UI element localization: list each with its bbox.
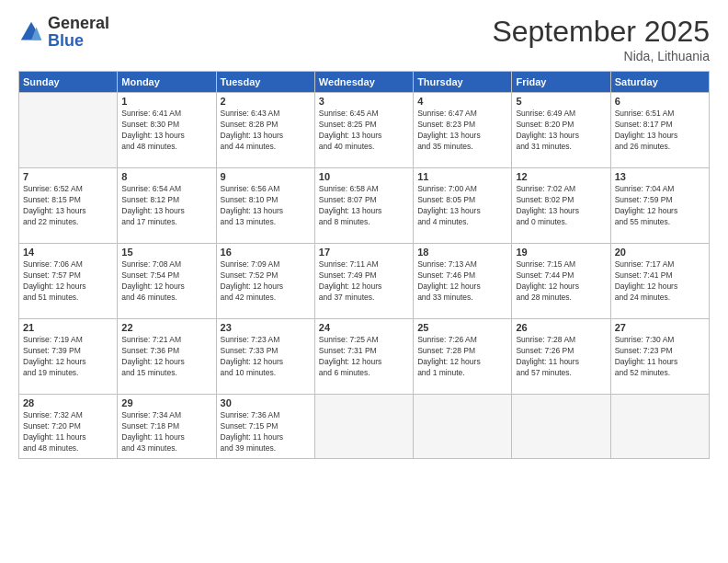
day-info: Sunrise: 6:45 AMSunset: 8:25 PMDaylight:…: [319, 109, 409, 153]
day-number: 7: [23, 171, 113, 182]
day-number: 28: [23, 397, 113, 408]
logo-general: General: [48, 14, 109, 32]
day-number: 25: [417, 322, 507, 333]
day-number: 12: [516, 171, 606, 182]
header: General Blue September 2025 Nida, Lithua…: [18, 15, 710, 63]
day-info: Sunrise: 6:52 AMSunset: 8:15 PMDaylight:…: [23, 184, 113, 228]
location: Nida, Lithuania: [492, 49, 710, 63]
day-number: 16: [221, 247, 311, 258]
day-cell: 10Sunrise: 6:58 AMSunset: 8:07 PMDayligh…: [314, 168, 413, 244]
day-cell: 26Sunrise: 7:28 AMSunset: 7:26 PMDayligh…: [512, 319, 610, 395]
day-cell: 16Sunrise: 7:09 AMSunset: 7:52 PMDayligh…: [216, 244, 314, 319]
day-cell: 25Sunrise: 7:26 AMSunset: 7:28 PMDayligh…: [414, 319, 512, 395]
day-number: 14: [23, 247, 113, 258]
day-number: 10: [319, 171, 409, 182]
calendar-table: Sunday Monday Tuesday Wednesday Thursday…: [18, 71, 710, 459]
day-number: 20: [615, 247, 705, 258]
day-cell: [314, 395, 413, 459]
day-info: Sunrise: 7:13 AMSunset: 7:46 PMDaylight:…: [417, 259, 507, 304]
day-cell: 15Sunrise: 7:08 AMSunset: 7:54 PMDayligh…: [118, 244, 216, 319]
day-number: 9: [221, 171, 311, 182]
week-row-1: 7Sunrise: 6:52 AMSunset: 8:15 PMDaylight…: [19, 168, 710, 244]
day-cell: 13Sunrise: 7:04 AMSunset: 7:59 PMDayligh…: [610, 168, 709, 244]
day-info: Sunrise: 7:34 AMSunset: 7:18 PMDaylight:…: [121, 410, 211, 454]
day-info: Sunrise: 7:17 AMSunset: 7:41 PMDaylight:…: [615, 259, 705, 304]
day-cell: 27Sunrise: 7:30 AMSunset: 7:23 PMDayligh…: [610, 319, 709, 395]
day-info: Sunrise: 6:56 AMSunset: 8:10 PMDaylight:…: [221, 184, 311, 228]
day-number: 21: [23, 322, 113, 333]
day-cell: 11Sunrise: 7:00 AMSunset: 8:05 PMDayligh…: [414, 168, 512, 244]
day-cell: [414, 395, 512, 459]
day-cell: 21Sunrise: 7:19 AMSunset: 7:39 PMDayligh…: [19, 319, 118, 395]
day-number: 30: [221, 397, 311, 408]
day-info: Sunrise: 7:04 AMSunset: 7:59 PMDaylight:…: [615, 184, 705, 228]
day-cell: 14Sunrise: 7:06 AMSunset: 7:57 PMDayligh…: [19, 244, 118, 319]
day-cell: 7Sunrise: 6:52 AMSunset: 8:15 PMDaylight…: [19, 168, 118, 244]
day-info: Sunrise: 7:08 AMSunset: 7:54 PMDaylight:…: [121, 259, 211, 304]
day-number: 4: [417, 96, 507, 107]
day-cell: 8Sunrise: 6:54 AMSunset: 8:12 PMDaylight…: [118, 168, 216, 244]
day-number: 15: [121, 247, 211, 258]
day-cell: [512, 395, 610, 459]
day-cell: 19Sunrise: 7:15 AMSunset: 7:44 PMDayligh…: [512, 244, 610, 319]
day-number: 19: [516, 247, 606, 258]
logo-text: General Blue: [48, 15, 109, 50]
day-cell: 18Sunrise: 7:13 AMSunset: 7:46 PMDayligh…: [414, 244, 512, 319]
week-row-4: 28Sunrise: 7:32 AMSunset: 7:20 PMDayligh…: [19, 395, 710, 459]
day-number: 6: [615, 96, 705, 107]
month-title: September 2025: [492, 15, 710, 49]
day-cell: 1Sunrise: 6:41 AMSunset: 8:30 PMDaylight…: [118, 93, 216, 168]
day-info: Sunrise: 7:28 AMSunset: 7:26 PMDaylight:…: [516, 335, 606, 379]
day-cell: 17Sunrise: 7:11 AMSunset: 7:49 PMDayligh…: [314, 244, 413, 319]
day-cell: 2Sunrise: 6:43 AMSunset: 8:28 PMDaylight…: [216, 93, 314, 168]
day-cell: 3Sunrise: 6:45 AMSunset: 8:25 PMDaylight…: [314, 93, 413, 168]
col-tuesday: Tuesday: [216, 72, 314, 93]
week-row-3: 21Sunrise: 7:19 AMSunset: 7:39 PMDayligh…: [19, 319, 710, 395]
logo-blue: Blue: [48, 31, 84, 50]
day-number: 23: [221, 322, 311, 333]
day-info: Sunrise: 6:41 AMSunset: 8:30 PMDaylight:…: [121, 109, 211, 153]
day-info: Sunrise: 7:15 AMSunset: 7:44 PMDaylight:…: [516, 259, 606, 304]
day-number: 17: [319, 247, 409, 258]
col-monday: Monday: [118, 72, 216, 93]
day-info: Sunrise: 6:47 AMSunset: 8:23 PMDaylight:…: [417, 109, 507, 153]
day-info: Sunrise: 7:00 AMSunset: 8:05 PMDaylight:…: [417, 184, 507, 228]
day-cell: 22Sunrise: 7:21 AMSunset: 7:36 PMDayligh…: [118, 319, 216, 395]
day-info: Sunrise: 7:06 AMSunset: 7:57 PMDaylight:…: [23, 259, 113, 304]
day-number: 18: [417, 247, 507, 258]
col-thursday: Thursday: [414, 72, 512, 93]
day-info: Sunrise: 6:54 AMSunset: 8:12 PMDaylight:…: [121, 184, 211, 228]
day-cell: 20Sunrise: 7:17 AMSunset: 7:41 PMDayligh…: [610, 244, 709, 319]
day-info: Sunrise: 7:25 AMSunset: 7:31 PMDaylight:…: [319, 335, 409, 379]
day-info: Sunrise: 7:30 AMSunset: 7:23 PMDaylight:…: [615, 335, 705, 379]
day-number: 3: [319, 96, 409, 107]
day-cell: 23Sunrise: 7:23 AMSunset: 7:33 PMDayligh…: [216, 319, 314, 395]
day-info: Sunrise: 7:32 AMSunset: 7:20 PMDaylight:…: [23, 410, 113, 454]
day-cell: 6Sunrise: 6:51 AMSunset: 8:17 PMDaylight…: [610, 93, 709, 168]
day-number: 2: [221, 96, 311, 107]
day-number: 22: [121, 322, 211, 333]
day-cell: 28Sunrise: 7:32 AMSunset: 7:20 PMDayligh…: [19, 395, 118, 459]
day-number: 29: [121, 397, 211, 408]
week-row-2: 14Sunrise: 7:06 AMSunset: 7:57 PMDayligh…: [19, 244, 710, 319]
day-info: Sunrise: 7:11 AMSunset: 7:49 PMDaylight:…: [319, 259, 409, 304]
day-cell: 12Sunrise: 7:02 AMSunset: 8:02 PMDayligh…: [512, 168, 610, 244]
day-info: Sunrise: 6:43 AMSunset: 8:28 PMDaylight:…: [221, 109, 311, 153]
day-number: 13: [615, 171, 705, 182]
logo-icon: [18, 19, 44, 45]
day-info: Sunrise: 7:21 AMSunset: 7:36 PMDaylight:…: [121, 335, 211, 379]
day-info: Sunrise: 6:58 AMSunset: 8:07 PMDaylight:…: [319, 184, 409, 228]
col-friday: Friday: [512, 72, 610, 93]
day-cell: 9Sunrise: 6:56 AMSunset: 8:10 PMDaylight…: [216, 168, 314, 244]
day-cell: 30Sunrise: 7:36 AMSunset: 7:15 PMDayligh…: [216, 395, 314, 459]
day-info: Sunrise: 7:36 AMSunset: 7:15 PMDaylight:…: [221, 410, 311, 454]
day-cell: [610, 395, 709, 459]
day-info: Sunrise: 6:51 AMSunset: 8:17 PMDaylight:…: [615, 109, 705, 153]
day-number: 8: [121, 171, 211, 182]
col-sunday: Sunday: [19, 72, 118, 93]
col-wednesday: Wednesday: [314, 72, 413, 93]
day-cell: 4Sunrise: 6:47 AMSunset: 8:23 PMDaylight…: [414, 93, 512, 168]
logo: General Blue: [18, 15, 109, 50]
day-cell: 5Sunrise: 6:49 AMSunset: 8:20 PMDaylight…: [512, 93, 610, 168]
day-cell: [19, 93, 118, 168]
